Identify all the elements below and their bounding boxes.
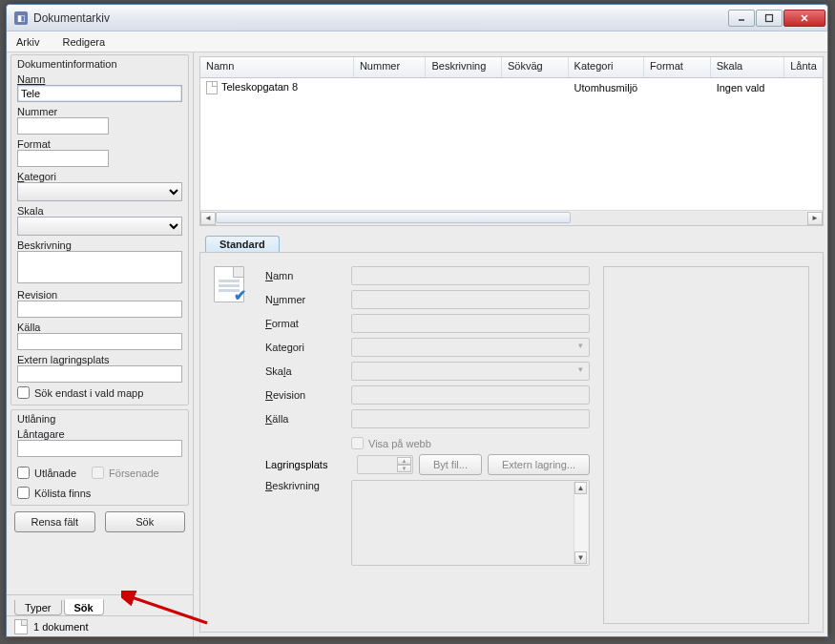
left-panel: Dokumentinformation Namn Nummer Format K…: [7, 52, 194, 636]
document-large-icon: ✔: [214, 266, 244, 302]
cell-lant: [784, 86, 823, 90]
col-namn[interactable]: Namn: [200, 57, 354, 77]
detail-form: Namn Nummer Format Kategori Skala Revisi…: [265, 266, 590, 624]
check-sok-mapp-row: Sök endast i vald mapp: [17, 386, 182, 399]
input-kalla[interactable]: [17, 333, 182, 350]
check-utlanade-row: Utlånade: [17, 467, 76, 479]
button-sok[interactable]: Sök: [105, 511, 186, 532]
d-check-visa-label: Visa på webb: [368, 438, 431, 449]
col-sokvag[interactable]: Sökväg: [502, 57, 569, 77]
check-utlanade-label: Utlånade: [34, 467, 76, 479]
button-extern-lagring[interactable]: Extern lagring...: [488, 454, 590, 475]
cell-sokvag: [502, 86, 569, 90]
table-row[interactable]: Teleskopgatan 8 Utomhusmiljö Ingen vald: [200, 78, 823, 97]
d-label-kategori: Kategori: [265, 342, 351, 353]
d-check-visa: [351, 437, 364, 449]
cell-format: [644, 86, 711, 90]
tab-standard[interactable]: Standard: [205, 236, 280, 252]
detail-area: Standard ✔ Namn Nummer Form: [199, 236, 824, 633]
scroll-right-icon[interactable]: ►: [807, 212, 823, 225]
group-utlaning: Utlåning Låntagare Utlånade Försenade: [10, 409, 189, 506]
grid-body[interactable]: Teleskopgatan 8 Utomhusmiljö Ingen vald: [200, 78, 823, 210]
check-kolista[interactable]: [17, 487, 30, 499]
check-utlanade[interactable]: [17, 467, 30, 479]
status-bar: 1 dokument: [7, 615, 193, 636]
check-forsenade-row: Försenade: [92, 467, 159, 479]
d-label-skala: Skala: [265, 365, 351, 377]
minimize-button[interactable]: [728, 10, 755, 27]
d-input-format: [351, 314, 590, 333]
d-label-beskrivning: Beskrivning: [265, 480, 351, 491]
maximize-button[interactable]: [756, 10, 783, 27]
input-namn[interactable]: [17, 85, 182, 102]
group-dokumentinformation: Dokumentinformation Namn Nummer Format K…: [10, 54, 189, 405]
input-extern[interactable]: [17, 365, 182, 383]
check-kolista-label: Kölista finns: [34, 488, 91, 499]
group-title-info: Dokumentinformation: [17, 58, 182, 70]
col-beskrivning[interactable]: Beskrivning: [426, 57, 502, 77]
check-sok-mapp[interactable]: [17, 386, 30, 399]
col-skala[interactable]: Skala: [711, 57, 785, 77]
d-label-format: Format: [265, 318, 351, 329]
status-text: 1 dokument: [33, 621, 88, 633]
cell-namn: Teleskopgatan 8: [221, 81, 298, 93]
group-title-utlaning: Utlåning: [17, 413, 182, 425]
d-combo-skala: [351, 362, 590, 381]
d-label-revision: Revision: [265, 389, 351, 401]
label-skala: Skala: [17, 205, 182, 217]
cell-nummer: [354, 86, 427, 90]
scroll-up-icon: ▲: [574, 482, 587, 494]
menu-redigera[interactable]: Redigera: [56, 34, 111, 50]
d-input-kalla: [351, 409, 590, 428]
detail-icon-col: ✔: [214, 266, 252, 624]
d-label-nummer: Nummer: [265, 294, 351, 305]
label-format: Format: [17, 138, 182, 150]
input-nummer[interactable]: [17, 117, 109, 135]
cell-beskrivning: [426, 86, 502, 90]
label-kategori: Kategori: [17, 171, 182, 182]
col-nummer[interactable]: Nummer: [354, 57, 427, 77]
results-grid: Namn Nummer Beskrivning Sökväg Kategori …: [199, 56, 824, 226]
window-title: Dokumentarkiv: [33, 11, 728, 25]
scroll-down-icon: ▼: [574, 551, 587, 564]
tab-sok[interactable]: Sök: [64, 599, 104, 615]
cell-kategori: Utomhusmiljö: [569, 80, 645, 95]
app-icon: ◧: [14, 11, 28, 25]
file-icon: [206, 81, 218, 94]
combo-skala[interactable]: [17, 217, 182, 236]
label-beskrivning: Beskrivning: [17, 239, 182, 251]
scroll-thumb[interactable]: [216, 212, 571, 223]
d-label-lagring: Lagringsplats: [265, 459, 351, 470]
right-panel: Namn Nummer Beskrivning Sökväg Kategori …: [194, 52, 827, 636]
app-window: ◧ Dokumentarkiv Arkiv Redigera Dokumenti…: [6, 4, 828, 637]
col-format[interactable]: Format: [644, 57, 711, 77]
svg-rect-1: [766, 14, 773, 21]
col-kategori[interactable]: Kategori: [569, 57, 645, 77]
input-revision[interactable]: [17, 301, 182, 318]
button-rensa[interactable]: Rensa fält: [14, 511, 95, 532]
textarea-beskrivning[interactable]: [17, 251, 182, 283]
grid-hscroll[interactable]: ◄ ►: [200, 210, 823, 225]
close-button[interactable]: [783, 10, 825, 27]
scroll-left-icon[interactable]: ◄: [200, 212, 216, 225]
d-label-namn: Namn: [265, 270, 351, 281]
col-lantagare[interactable]: Lånta: [784, 57, 823, 77]
d-label-kalla: Källa: [265, 413, 351, 425]
d-input-lagring: ▲▼: [357, 455, 413, 474]
input-format[interactable]: [17, 150, 109, 167]
titlebar: ◧ Dokumentarkiv: [7, 5, 827, 31]
menubar: Arkiv Redigera: [7, 31, 827, 52]
button-bytfil[interactable]: Byt fil...: [419, 454, 482, 475]
left-tabs: Typer Sök: [7, 594, 193, 615]
tab-typer[interactable]: Typer: [14, 600, 62, 615]
label-extern: Extern lagringsplats: [17, 354, 182, 365]
label-kalla: Källa: [17, 322, 182, 333]
search-buttons: Rensa fält Sök: [10, 509, 189, 538]
d-input-nummer: [351, 290, 590, 309]
menu-arkiv[interactable]: Arkiv: [10, 34, 45, 50]
combo-kategori[interactable]: [17, 182, 182, 201]
label-lantagare: Låntagare: [17, 428, 182, 440]
label-nummer: Nummer: [17, 106, 182, 117]
input-lantagare[interactable]: [17, 440, 182, 457]
preview-pane: [603, 266, 809, 624]
